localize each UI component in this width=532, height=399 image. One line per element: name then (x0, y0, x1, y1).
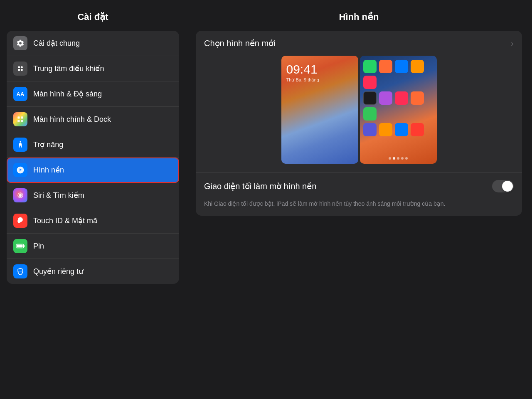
dock-dot (393, 157, 395, 160)
home-screen-preview (360, 56, 437, 164)
control-center-icon (13, 62, 27, 76)
touchid-icon (13, 214, 27, 228)
toggle-knob (502, 181, 513, 192)
sidebar-item-general-label: Cài đặt chung (33, 39, 80, 48)
svg-point-10 (19, 194, 22, 197)
home-screen-icon (13, 112, 27, 126)
app-icon (395, 123, 408, 136)
sidebar-item-siri[interactable]: Siri & Tìm kiếm (7, 183, 179, 208)
general-icon (13, 36, 27, 50)
dock-dot (397, 157, 399, 160)
sidebar-item-control-center[interactable]: Trung tâm điều khiển (7, 56, 179, 81)
sidebar-item-battery[interactable]: Pin (7, 234, 179, 259)
toggle-section: Giao diện tối làm mờ hình nền Khi Giao d… (196, 172, 522, 216)
app-icon (411, 60, 424, 73)
dark-mode-description: Khi Giao diện tối được bật, iPad sẽ làm … (196, 200, 522, 216)
sidebar-item-display[interactable]: AA Màn hình & Độ sáng (7, 81, 179, 107)
svg-rect-7 (21, 120, 23, 122)
sidebar-item-general[interactable]: Cài đặt chung (7, 31, 179, 56)
sidebar-item-wallpaper[interactable]: Hình nền (7, 158, 179, 183)
dark-mode-toggle[interactable] (492, 180, 514, 192)
sidebar-item-battery-label: Pin (33, 242, 44, 251)
accessibility-icon (13, 138, 27, 152)
app-icon (363, 107, 377, 121)
dock-dots (363, 157, 433, 160)
dock-dot (401, 157, 404, 160)
wallpaper-card: Chọn hình nền mới › 09:41 Thứ Ba, 9 thán… (196, 31, 522, 216)
sidebar-item-privacy-label: Quyền riêng tư (33, 267, 83, 276)
app-icon (379, 123, 392, 136)
dock-dot (405, 157, 408, 160)
svg-point-8 (20, 141, 21, 143)
svg-point-2 (18, 69, 20, 71)
app-icon (363, 91, 377, 105)
choose-wallpaper-row[interactable]: Chọn hình nền mới › (196, 31, 522, 56)
dark-mode-label: Giao diện tối làm mờ hình nền (204, 181, 316, 191)
sidebar-item-privacy[interactable]: Quyền riêng tư (7, 259, 179, 284)
display-icon: AA (13, 87, 27, 101)
dock-dot (389, 157, 391, 160)
svg-rect-6 (17, 120, 20, 122)
app-icon (395, 60, 408, 73)
svg-point-1 (21, 66, 23, 68)
svg-rect-4 (17, 116, 20, 118)
sidebar-item-display-label: Màn hình & Độ sáng (33, 89, 102, 99)
sidebar-item-siri-label: Siri & Tìm kiếm (33, 191, 84, 200)
chevron-right-icon: › (511, 39, 514, 48)
wallpaper-previews: 09:41 Thứ Ba, 9 tháng (196, 56, 522, 172)
wallpaper-date: Thứ Ba, 9 tháng (286, 77, 353, 83)
sidebar-item-touchid[interactable]: Touch ID & Mật mã (7, 208, 179, 234)
sidebar-item-touchid-label: Touch ID & Mật mã (33, 216, 97, 225)
svg-rect-5 (21, 116, 23, 118)
app-icon (411, 91, 424, 105)
svg-rect-12 (24, 245, 25, 247)
main-content: Hình nền Chọn hình nền mới › 09:41 Thứ B… (186, 0, 532, 399)
sidebar-item-wallpaper-label: Hình nền (33, 165, 64, 175)
wallpaper-time: 09:41 (286, 63, 353, 76)
app-row-2 (363, 91, 433, 121)
wallpaper-icon (13, 163, 27, 177)
dark-mode-row[interactable]: Giao diện tối làm mờ hình nền (196, 172, 522, 200)
app-icon (363, 76, 377, 89)
sidebar-item-homescreen-label: Màn hình chính & Dock (33, 115, 111, 124)
app-row-1 (363, 60, 433, 89)
choose-wallpaper-label: Chọn hình nền mới (204, 38, 276, 48)
privacy-icon (13, 264, 27, 278)
app-icon (395, 91, 408, 105)
sidebar-item-accessibility[interactable]: Trợ năng (7, 132, 179, 158)
app-icon (379, 60, 392, 73)
siri-icon (13, 188, 27, 202)
sidebar-item-control-label: Trung tâm điều khiển (33, 64, 104, 73)
app-icon (379, 91, 392, 105)
lock-screen-preview: 09:41 Thứ Ba, 9 tháng (281, 56, 358, 164)
main-title: Hình nền (186, 0, 532, 31)
svg-point-0 (18, 66, 20, 68)
sidebar: Cài đặt Cài đặt chung Trung tâm điều kh (0, 0, 186, 399)
battery-icon (13, 239, 27, 253)
svg-point-3 (21, 69, 23, 71)
svg-rect-13 (17, 245, 22, 248)
app-icon (363, 123, 377, 136)
app-icon (411, 123, 424, 136)
sidebar-title: Cài đặt (0, 0, 186, 31)
app-row-3 (363, 123, 433, 136)
app-icon (363, 60, 377, 73)
sidebar-item-home-screen[interactable]: Màn hình chính & Dock (7, 107, 179, 132)
sidebar-item-accessibility-label: Trợ năng (33, 140, 63, 149)
sidebar-list: Cài đặt chung Trung tâm điều khiển AA Mà… (7, 31, 179, 284)
